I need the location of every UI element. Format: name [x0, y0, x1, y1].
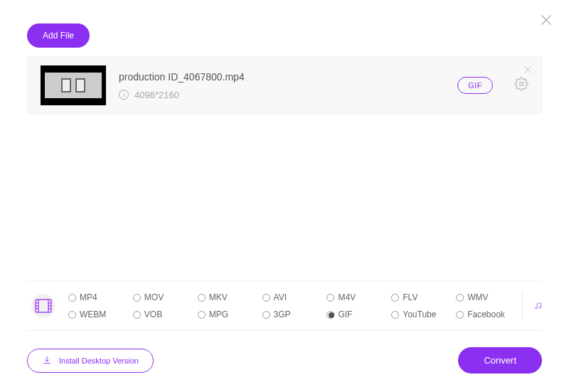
- svg-point-14: [535, 307, 537, 309]
- svg-point-2: [520, 83, 523, 86]
- file-name: production ID_4067800.mp4: [119, 71, 445, 83]
- format-label: 3GP: [274, 309, 291, 319]
- radio-icon: [456, 294, 464, 302]
- format-label: FLV: [403, 292, 418, 302]
- format-option-m4v[interactable]: M4V: [326, 292, 385, 302]
- file-card: production ID_4067800.mp4 i 4096*2160 GI…: [27, 57, 542, 114]
- radio-icon: [326, 311, 334, 319]
- radio-icon: [326, 294, 334, 302]
- format-option-mp4[interactable]: MP4: [68, 292, 127, 302]
- format-label: VOB: [144, 309, 162, 319]
- file-dimensions: 4096*2160: [134, 90, 179, 100]
- format-option-3gp[interactable]: 3GP: [262, 309, 321, 319]
- radio-icon: [198, 311, 206, 319]
- download-icon: [42, 355, 52, 366]
- format-option-mpg[interactable]: MPG: [198, 309, 257, 319]
- format-option-webm[interactable]: WEBM: [68, 309, 127, 319]
- format-label: Facebook: [467, 309, 505, 319]
- format-label: WEBM: [80, 309, 106, 319]
- radio-icon: [262, 311, 270, 319]
- svg-point-15: [539, 306, 541, 308]
- format-label: GIF: [338, 309, 352, 319]
- format-option-wmv[interactable]: WMV: [456, 292, 515, 302]
- format-label: MOV: [144, 292, 164, 302]
- format-label: AVI: [274, 292, 287, 302]
- bottom-bar: Install Desktop Version Convert: [27, 347, 542, 374]
- radio-icon: [391, 294, 399, 302]
- add-file-button[interactable]: Add File: [27, 23, 90, 48]
- file-dimensions-row: i 4096*2160: [119, 90, 445, 100]
- formats-bar: MP4MOVMKVAVIM4VFLVWMVWEBMVOBMPG3GPGIFYou…: [27, 281, 542, 331]
- format-label: MP4: [80, 292, 97, 302]
- close-icon[interactable]: [539, 13, 553, 30]
- install-desktop-button[interactable]: Install Desktop Version: [27, 349, 154, 373]
- remove-file-icon[interactable]: [523, 65, 533, 78]
- format-label: YouTube: [403, 309, 436, 319]
- radio-icon: [198, 294, 206, 302]
- format-grid: MP4MOVMKVAVIM4VFLVWMVWEBMVOBMPG3GPGIFYou…: [68, 292, 515, 319]
- file-info: production ID_4067800.mp4 i 4096*2160: [119, 71, 445, 100]
- output-format-badge[interactable]: GIF: [457, 77, 493, 94]
- info-icon: i: [119, 90, 129, 100]
- radio-icon: [456, 311, 464, 319]
- radio-icon: [133, 311, 141, 319]
- radio-icon: [68, 311, 76, 319]
- radio-icon: [262, 294, 270, 302]
- format-option-vob[interactable]: VOB: [133, 309, 192, 319]
- format-label: M4V: [338, 292, 356, 302]
- video-thumbnail: [41, 65, 106, 105]
- format-option-avi[interactable]: AVI: [262, 292, 321, 302]
- format-option-youtube[interactable]: YouTube: [391, 309, 450, 319]
- gear-icon[interactable]: [514, 77, 528, 94]
- convert-button[interactable]: Convert: [458, 347, 542, 374]
- radio-icon: [391, 311, 399, 319]
- format-label: MPG: [209, 309, 228, 319]
- install-desktop-label: Install Desktop Version: [59, 356, 139, 365]
- format-option-gif[interactable]: GIF: [326, 309, 385, 319]
- radio-icon: [133, 294, 141, 302]
- music-icon[interactable]: [522, 292, 542, 320]
- format-option-flv[interactable]: FLV: [391, 292, 450, 302]
- format-option-facebook[interactable]: Facebook: [456, 309, 515, 319]
- format-label: WMV: [467, 292, 488, 302]
- format-option-mov[interactable]: MOV: [133, 292, 192, 302]
- format-option-mkv[interactable]: MKV: [198, 292, 257, 302]
- radio-icon: [68, 294, 76, 302]
- video-icon[interactable]: [31, 294, 55, 318]
- format-label: MKV: [209, 292, 228, 302]
